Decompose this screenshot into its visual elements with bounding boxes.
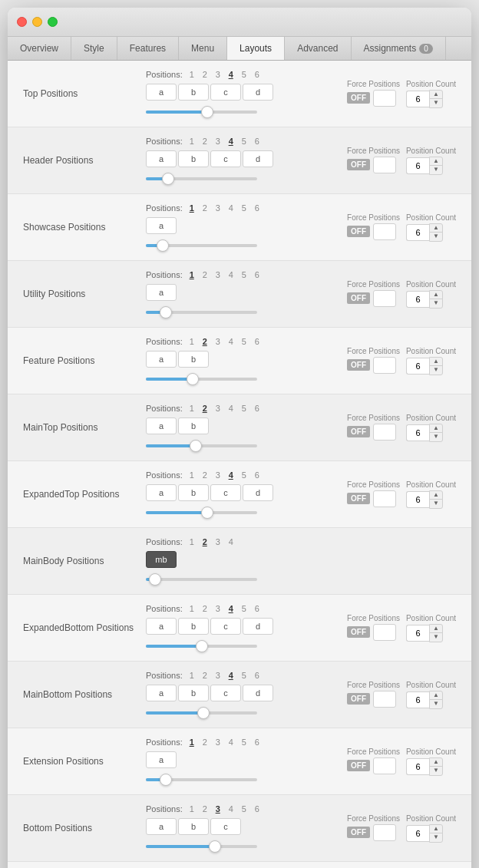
position-number-4[interactable]: 4 — [226, 270, 236, 279]
position-box-d[interactable]: d — [243, 150, 273, 167]
position-number-3[interactable]: 3 — [213, 337, 223, 346]
force-positions-input[interactable] — [373, 157, 396, 173]
position-number-5[interactable]: 5 — [239, 337, 249, 346]
increment-arrow[interactable]: ▲ — [430, 91, 442, 99]
position-box-a[interactable]: a — [146, 818, 177, 835]
minimize-button[interactable] — [32, 17, 42, 27]
position-number-3[interactable]: 3 — [213, 203, 223, 213]
slider-track[interactable] — [146, 778, 257, 781]
position-number-5[interactable]: 5 — [239, 604, 249, 613]
position-number-3[interactable]: 3 — [213, 804, 223, 814]
position-number-1[interactable]: 1 — [187, 470, 197, 480]
slider-track-container[interactable] — [146, 374, 257, 384]
position-number-2[interactable]: 2 — [200, 537, 210, 546]
position-number-3[interactable]: 3 — [213, 137, 223, 146]
slider-track-container[interactable] — [146, 307, 257, 318]
force-off-badge[interactable]: OFF — [347, 626, 370, 638]
decrement-arrow[interactable]: ▼ — [430, 433, 442, 441]
position-number-2[interactable]: 2 — [200, 137, 210, 146]
position-box-d[interactable]: d — [243, 484, 273, 501]
position-number-5[interactable]: 5 — [239, 137, 249, 146]
position-number-4[interactable]: 4 — [226, 537, 236, 546]
position-number-3[interactable]: 3 — [213, 604, 223, 613]
slider-thumb[interactable] — [162, 173, 174, 185]
position-number-2[interactable]: 2 — [200, 337, 210, 346]
position-number-1[interactable]: 1 — [187, 604, 197, 613]
position-number-4[interactable]: 4 — [226, 70, 236, 79]
slider-thumb[interactable] — [160, 774, 172, 786]
slider-thumb[interactable] — [160, 306, 172, 318]
position-number-4[interactable]: 4 — [226, 671, 236, 680]
slider-thumb[interactable] — [201, 106, 213, 118]
position-number-5[interactable]: 5 — [239, 671, 249, 680]
position-box-b[interactable]: b — [178, 351, 209, 368]
increment-arrow[interactable]: ▲ — [430, 491, 442, 500]
slider-track-container[interactable] — [146, 708, 257, 718]
position-number-1[interactable]: 1 — [187, 137, 197, 146]
decrement-arrow[interactable]: ▼ — [430, 166, 442, 174]
position-number-6[interactable]: 6 — [252, 337, 263, 346]
position-box-d[interactable]: d — [243, 618, 273, 635]
force-positions-input[interactable] — [373, 90, 396, 107]
position-box-b[interactable]: b — [178, 150, 209, 167]
slider-thumb[interactable] — [149, 573, 161, 586]
position-number-3[interactable]: 3 — [213, 270, 223, 279]
slider-thumb[interactable] — [201, 507, 213, 519]
force-positions-input[interactable] — [373, 624, 396, 641]
increment-arrow[interactable]: ▲ — [430, 291, 442, 299]
slider-track-container[interactable] — [146, 173, 257, 184]
increment-arrow[interactable]: ▲ — [430, 358, 442, 366]
slider-track[interactable] — [146, 711, 257, 715]
position-box-c[interactable]: c — [210, 84, 241, 101]
slider-track[interactable] — [146, 578, 257, 581]
force-off-badge[interactable]: OFF — [347, 359, 370, 371]
position-number-3[interactable]: 3 — [213, 470, 223, 480]
position-box-a[interactable]: a — [146, 84, 177, 101]
position-number-3[interactable]: 3 — [213, 738, 223, 747]
force-off-badge[interactable]: OFF — [347, 92, 370, 104]
slider-track[interactable] — [146, 311, 257, 314]
position-number-5[interactable]: 5 — [239, 203, 249, 213]
force-positions-input[interactable] — [373, 824, 396, 841]
position-count-input[interactable] — [406, 825, 429, 842]
position-number-5[interactable]: 5 — [239, 270, 249, 279]
position-number-2[interactable]: 2 — [200, 804, 210, 814]
position-box-b[interactable]: b — [178, 818, 209, 835]
position-box-b[interactable]: b — [178, 84, 209, 101]
force-positions-input[interactable] — [373, 757, 396, 774]
position-box-c[interactable]: c — [210, 618, 241, 635]
slider-track[interactable] — [146, 444, 257, 447]
slider-track[interactable] — [146, 845, 257, 848]
position-number-1[interactable]: 1 — [187, 203, 197, 213]
position-box-c[interactable]: c — [210, 818, 241, 835]
force-off-badge[interactable]: OFF — [347, 426, 370, 437]
position-number-4[interactable]: 4 — [226, 137, 236, 146]
slider-track-container[interactable] — [146, 574, 257, 585]
position-number-1[interactable]: 1 — [187, 270, 197, 279]
position-number-3[interactable]: 3 — [213, 404, 223, 413]
position-number-6[interactable]: 6 — [252, 804, 263, 814]
position-box-c[interactable]: c — [210, 685, 241, 701]
position-count-input[interactable] — [406, 758, 429, 775]
position-box-a[interactable]: a — [146, 484, 177, 501]
position-count-input[interactable] — [406, 91, 429, 107]
position-number-2[interactable]: 2 — [200, 203, 210, 213]
position-count-input[interactable] — [406, 358, 429, 375]
position-number-1[interactable]: 1 — [187, 804, 197, 814]
position-number-5[interactable]: 5 — [239, 404, 249, 413]
slider-track-container[interactable] — [146, 841, 257, 852]
position-number-1[interactable]: 1 — [187, 70, 197, 79]
increment-arrow[interactable]: ▲ — [430, 224, 442, 233]
position-number-4[interactable]: 4 — [226, 203, 236, 213]
tab-menu[interactable]: Menu — [179, 37, 227, 60]
position-count-input[interactable] — [406, 424, 429, 441]
position-number-6[interactable]: 6 — [252, 270, 263, 279]
force-positions-input[interactable] — [373, 424, 396, 441]
position-number-5[interactable]: 5 — [239, 738, 249, 747]
position-box-a[interactable]: a — [146, 217, 177, 234]
position-number-3[interactable]: 3 — [213, 537, 223, 546]
position-number-1[interactable]: 1 — [187, 537, 197, 546]
slider-track-container[interactable] — [146, 441, 257, 451]
increment-arrow[interactable]: ▲ — [430, 758, 442, 767]
force-off-badge[interactable]: OFF — [347, 693, 370, 705]
